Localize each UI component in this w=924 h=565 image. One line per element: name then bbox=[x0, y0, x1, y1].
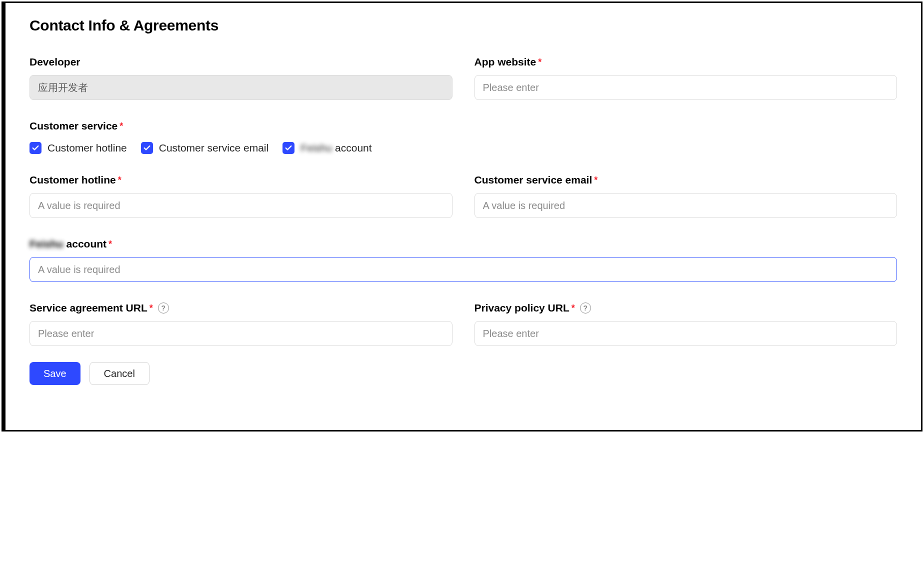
checkbox-icon bbox=[30, 142, 42, 154]
customer-service-label: Customer service * bbox=[30, 120, 897, 132]
required-icon: * bbox=[150, 303, 153, 314]
privacy-policy-input[interactable] bbox=[474, 321, 898, 346]
customer-service-email-label-text: Customer service email bbox=[474, 174, 592, 186]
checkbox-label-suffix: account bbox=[332, 142, 372, 154]
customer-service-email-input[interactable] bbox=[474, 193, 898, 218]
customer-service-field: Customer service * Customer hotline Cust… bbox=[30, 120, 897, 154]
customer-service-email-label: Customer service email * bbox=[474, 174, 898, 186]
customer-service-email-field: Customer service email * bbox=[474, 174, 898, 218]
developer-label: Developer bbox=[30, 56, 452, 68]
redacted-text: Feishu bbox=[300, 142, 332, 154]
app-website-label: App website * bbox=[474, 56, 898, 68]
required-icon: * bbox=[572, 303, 575, 314]
required-icon: * bbox=[108, 239, 112, 250]
required-icon: * bbox=[120, 121, 123, 132]
customer-hotline-label-text: Customer hotline bbox=[30, 174, 116, 186]
help-icon[interactable]: ? bbox=[158, 302, 169, 314]
service-agreement-field: Service agreement URL * ? bbox=[30, 302, 452, 346]
service-agreement-input[interactable] bbox=[30, 321, 452, 346]
save-button[interactable]: Save bbox=[30, 362, 80, 385]
checkbox-icon bbox=[282, 142, 294, 154]
checkbox-customer-hotline[interactable]: Customer hotline bbox=[30, 142, 127, 154]
checkbox-label: Feishu account bbox=[300, 142, 372, 154]
privacy-policy-label: Privacy policy URL * ? bbox=[474, 302, 898, 314]
privacy-policy-field: Privacy policy URL * ? bbox=[474, 302, 898, 346]
customer-hotline-field: Customer hotline * bbox=[30, 174, 452, 218]
app-website-input[interactable] bbox=[474, 75, 898, 100]
checkbox-label: Customer service email bbox=[159, 142, 268, 154]
account-label: Feishu account * bbox=[30, 238, 897, 250]
required-icon: * bbox=[538, 57, 542, 68]
service-agreement-label: Service agreement URL * ? bbox=[30, 302, 452, 314]
checkbox-account[interactable]: Feishu account bbox=[282, 142, 372, 154]
required-icon: * bbox=[118, 175, 122, 186]
help-icon[interactable]: ? bbox=[580, 302, 591, 314]
form-grid: Developer App website * Customer service… bbox=[30, 56, 897, 346]
customer-hotline-label: Customer hotline * bbox=[30, 174, 452, 186]
button-row: Save Cancel bbox=[30, 362, 897, 385]
cancel-button[interactable]: Cancel bbox=[90, 362, 150, 385]
required-icon: * bbox=[594, 175, 598, 186]
account-label-text: Feishu account bbox=[30, 238, 106, 250]
developer-label-text: Developer bbox=[30, 56, 80, 68]
developer-field: Developer bbox=[30, 56, 452, 100]
app-website-field: App website * bbox=[474, 56, 898, 100]
account-field: Feishu account * bbox=[30, 238, 897, 282]
checkbox-label: Customer hotline bbox=[48, 142, 127, 154]
section-title: Contact Info & Agreements bbox=[30, 17, 897, 34]
service-agreement-label-text: Service agreement URL bbox=[30, 302, 148, 314]
redacted-text: Feishu bbox=[30, 238, 64, 250]
privacy-policy-label-text: Privacy policy URL bbox=[474, 302, 570, 314]
customer-hotline-input[interactable] bbox=[30, 193, 452, 218]
developer-input bbox=[30, 75, 452, 100]
checkbox-customer-email[interactable]: Customer service email bbox=[141, 142, 268, 154]
account-input[interactable] bbox=[30, 257, 897, 282]
app-website-label-text: App website bbox=[474, 56, 536, 68]
account-label-suffix: account bbox=[64, 238, 106, 250]
customer-service-label-text: Customer service bbox=[30, 120, 118, 132]
form-container: Contact Info & Agreements Developer App … bbox=[2, 2, 922, 432]
checkbox-icon bbox=[141, 142, 153, 154]
customer-service-options: Customer hotline Customer service email … bbox=[30, 142, 897, 154]
